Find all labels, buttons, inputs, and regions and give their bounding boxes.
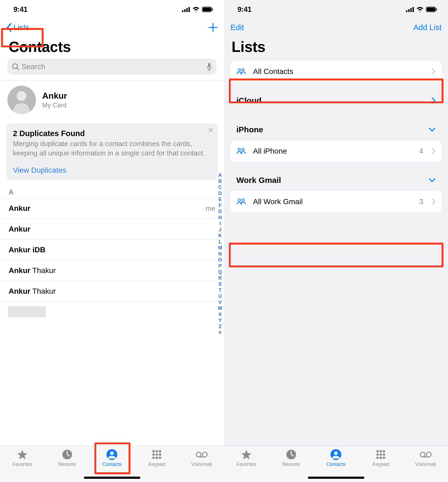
svg-point-21 xyxy=(152,457,155,459)
svg-point-47 xyxy=(380,453,382,456)
microphone-icon[interactable] xyxy=(206,63,212,71)
svg-point-49 xyxy=(376,457,379,459)
svg-line-8 xyxy=(17,68,19,70)
tab-favorites[interactable]: Favorites xyxy=(6,449,38,482)
contact-row[interactable]: Ankur Thakur xyxy=(0,260,224,281)
tab-keypad[interactable]: Keypad xyxy=(141,449,173,482)
svg-rect-9 xyxy=(208,63,210,67)
voicemail-icon xyxy=(196,449,208,460)
home-indicator[interactable] xyxy=(84,477,140,479)
screen-lists: 9:41 Edit Add List Lists All Contacts iC… xyxy=(224,0,448,482)
page-title: Lists xyxy=(224,36,448,59)
contact-row[interactable]: Ankur xyxy=(0,219,224,240)
battery-icon xyxy=(202,7,213,12)
section-header-letter: A xyxy=(0,180,224,198)
svg-point-42 xyxy=(334,451,338,455)
clock-icon xyxy=(285,449,297,460)
svg-rect-5 xyxy=(203,8,211,11)
redacted-row xyxy=(8,306,46,317)
screen-contacts: 9:41 Lists Contacts Ankur My Card ✕ xyxy=(0,0,224,482)
tab-bar: Favorites Recents Contacts Keypad Voicem… xyxy=(224,446,448,482)
tab-keypad[interactable]: Keypad xyxy=(365,449,397,482)
page-title: Contacts xyxy=(0,36,224,59)
svg-rect-1 xyxy=(184,9,186,12)
status-icons xyxy=(406,7,437,12)
list-row-count: 3 xyxy=(419,198,423,206)
plus-icon xyxy=(208,23,218,32)
svg-point-34 xyxy=(238,69,241,71)
wifi-icon xyxy=(192,7,200,12)
cellular-icon xyxy=(406,7,414,12)
svg-rect-28 xyxy=(408,9,410,12)
search-icon xyxy=(12,63,19,70)
nav-bar: Edit Add List xyxy=(224,19,448,36)
tab-recents[interactable]: Recents xyxy=(275,449,307,482)
chevron-right-icon xyxy=(432,69,436,75)
battery-icon xyxy=(426,7,437,12)
svg-point-20 xyxy=(159,453,161,456)
duplicates-title: 2 Duplicates Found xyxy=(13,129,211,138)
section-header-icloud[interactable]: iCloud xyxy=(224,90,448,111)
add-contact-button[interactable] xyxy=(208,23,218,32)
home-indicator[interactable] xyxy=(308,477,364,479)
list-row-label: All Work Gmail xyxy=(253,197,303,206)
edit-button[interactable]: Edit xyxy=(230,23,244,32)
my-card-text: Ankur My Card xyxy=(42,91,67,109)
svg-point-38 xyxy=(238,199,241,201)
svg-point-36 xyxy=(238,148,241,151)
back-button[interactable]: Lists xyxy=(6,23,30,32)
status-bar: 9:41 xyxy=(0,0,224,19)
chevron-right-icon xyxy=(432,148,436,154)
chevron-left-icon xyxy=(6,23,12,32)
svg-point-52 xyxy=(420,452,425,457)
clock-icon xyxy=(61,449,73,460)
view-duplicates-link[interactable]: View Duplicates xyxy=(13,166,66,175)
svg-point-37 xyxy=(242,148,244,151)
section-header-iphone[interactable]: iPhone xyxy=(224,119,448,140)
search-bar[interactable] xyxy=(8,59,216,75)
list-row-all-contacts[interactable]: All Contacts xyxy=(230,61,442,82)
svg-rect-30 xyxy=(413,7,414,12)
svg-rect-6 xyxy=(212,8,213,10)
svg-point-18 xyxy=(152,453,155,456)
tab-voicemail[interactable]: Voicemail xyxy=(186,449,218,482)
avatar xyxy=(8,86,36,114)
alpha-index[interactable]: ABCDEFGHIJKLMNOPQRSTUVWXYZ# xyxy=(218,172,222,336)
keypad-icon xyxy=(375,449,387,460)
section-header-label: Work Gmail xyxy=(236,176,281,185)
list-row-all-work-gmail[interactable]: All Work Gmail 3 xyxy=(230,191,442,212)
svg-point-23 xyxy=(159,457,161,459)
cellular-icon xyxy=(182,7,190,12)
star-icon xyxy=(16,449,28,460)
svg-point-16 xyxy=(156,450,158,453)
voicemail-icon xyxy=(420,449,432,460)
svg-rect-33 xyxy=(436,8,437,10)
wifi-icon xyxy=(416,7,424,12)
list-row-label: All iPhone xyxy=(253,147,287,155)
svg-point-39 xyxy=(242,199,244,201)
svg-point-53 xyxy=(426,452,431,457)
contact-row[interactable]: Ankur iDB xyxy=(0,240,224,260)
back-label: Lists xyxy=(13,23,30,32)
search-input[interactable] xyxy=(22,62,204,71)
section-header-work-gmail[interactable]: Work Gmail xyxy=(224,169,448,191)
tab-favorites[interactable]: Favorites xyxy=(230,449,262,482)
tab-voicemail[interactable]: Voicemail xyxy=(410,449,442,482)
chevron-down-icon xyxy=(429,127,436,132)
me-tag: me xyxy=(206,204,215,213)
contact-row[interactable]: Ankurme xyxy=(0,198,224,219)
my-card-subtitle: My Card xyxy=(42,101,67,109)
contact-row[interactable]: Ankur Thakur xyxy=(0,281,224,302)
my-card-row[interactable]: Ankur My Card xyxy=(0,80,224,119)
tab-recents[interactable]: Recents xyxy=(51,449,83,482)
svg-rect-29 xyxy=(410,8,412,12)
person-circle-icon xyxy=(106,449,118,460)
close-icon[interactable]: ✕ xyxy=(208,126,214,135)
list-row-all-iphone[interactable]: All iPhone 4 xyxy=(230,140,442,162)
tab-bar: Favorites Recents Contacts Keypad Voicem… xyxy=(0,446,224,482)
svg-point-48 xyxy=(383,453,385,456)
svg-point-45 xyxy=(383,450,385,453)
person-circle-icon xyxy=(330,449,342,460)
svg-point-24 xyxy=(196,452,201,457)
add-list-button[interactable]: Add List xyxy=(413,23,442,32)
